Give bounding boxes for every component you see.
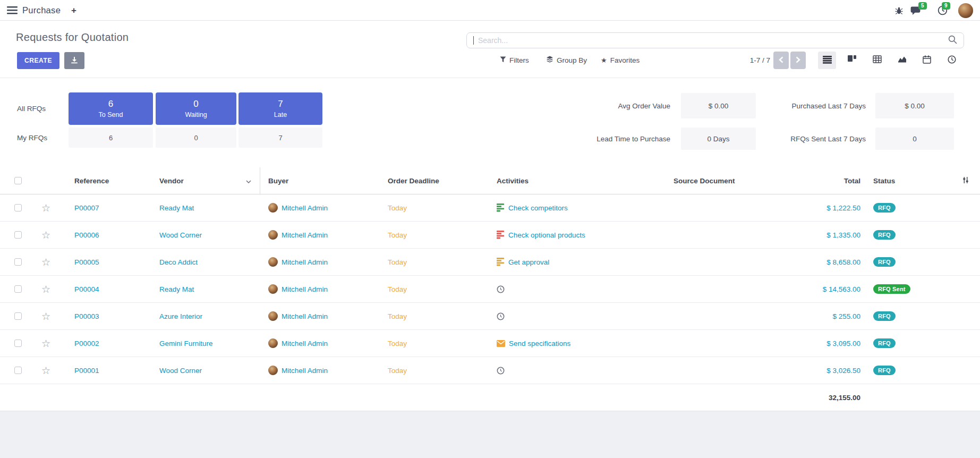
- row-checkbox[interactable]: [14, 204, 22, 211]
- row-checkbox[interactable]: [14, 285, 22, 293]
- card-to-send[interactable]: 6 To Send: [69, 92, 153, 125]
- reference-link[interactable]: P00005: [74, 258, 99, 266]
- clock-icon[interactable]: [497, 285, 505, 293]
- header-total[interactable]: Total: [802, 167, 866, 194]
- rfqs-sent-7d-label: RFQs Sent Last 7 Days: [733, 128, 866, 150]
- row-checkbox[interactable]: [14, 312, 22, 320]
- favorites-button[interactable]: ★ Favorites: [601, 52, 640, 69]
- create-button[interactable]: CREATE: [17, 52, 59, 69]
- buyer-avatar: [268, 230, 278, 240]
- favorite-star-icon[interactable]: ☆: [41, 284, 50, 294]
- row-checkbox[interactable]: [14, 231, 22, 239]
- app-title[interactable]: Purchase: [22, 0, 61, 21]
- table-row[interactable]: ☆ P00002 Gemini Furniture Mitchell Admin…: [0, 330, 980, 357]
- reference-link[interactable]: P00002: [74, 340, 99, 347]
- view-list-button[interactable]: [818, 52, 836, 69]
- table-row[interactable]: ☆ P00005 Deco Addict Mitchell Admin Toda…: [0, 249, 980, 276]
- new-tab-button[interactable]: +: [71, 0, 76, 21]
- clock-icon[interactable]: [497, 312, 505, 320]
- favorite-star-icon[interactable]: ☆: [41, 257, 50, 267]
- buyer-link[interactable]: Mitchell Admin: [282, 258, 328, 266]
- tasks-icon-green[interactable]: [497, 203, 505, 212]
- my-to-send-count[interactable]: 6: [69, 128, 153, 148]
- status-badge: RFQ: [873, 311, 896, 321]
- vendor-link[interactable]: Deco Addict: [159, 258, 198, 266]
- search-input[interactable]: [478, 36, 944, 45]
- activity-label[interactable]: Get approval: [508, 258, 549, 266]
- view-activity-button[interactable]: [943, 52, 961, 69]
- buyer-link[interactable]: Mitchell Admin: [282, 367, 328, 375]
- reference-link[interactable]: P00001: [74, 367, 99, 375]
- vendor-link[interactable]: Ready Mat: [159, 204, 194, 212]
- calendar-view-icon: [923, 55, 931, 66]
- vendor-link[interactable]: Wood Corner: [159, 367, 202, 375]
- favorite-star-icon[interactable]: ☆: [41, 311, 50, 321]
- user-avatar[interactable]: [958, 3, 973, 18]
- adjust-columns-icon[interactable]: [962, 176, 969, 185]
- header-order-deadline[interactable]: Order Deadline: [385, 167, 494, 194]
- reference-link[interactable]: P00004: [74, 285, 99, 293]
- rfqs-sent-7d-value: 0: [875, 128, 954, 150]
- buyer-link[interactable]: Mitchell Admin: [282, 285, 328, 293]
- buyer-link[interactable]: Mitchell Admin: [282, 340, 328, 347]
- vendor-link[interactable]: Ready Mat: [159, 285, 194, 293]
- header-source-document[interactable]: Source Document: [659, 167, 802, 194]
- reference-link[interactable]: P00006: [74, 231, 99, 239]
- table-row[interactable]: ☆ P00007 Ready Mat Mitchell Admin Today …: [0, 194, 980, 222]
- buyer-avatar: [268, 366, 278, 375]
- table-row[interactable]: ☆ P00001 Wood Corner Mitchell Admin Toda…: [0, 357, 980, 384]
- favorite-star-icon[interactable]: ☆: [41, 230, 50, 240]
- buyer-link[interactable]: Mitchell Admin: [282, 312, 328, 320]
- favorite-star-icon[interactable]: ☆: [41, 203, 50, 213]
- my-late-count[interactable]: 7: [238, 128, 322, 148]
- view-graph-button[interactable]: [893, 52, 911, 69]
- card-late[interactable]: 7 Late: [238, 92, 322, 125]
- clock-icon[interactable]: [497, 367, 505, 375]
- row-checkbox[interactable]: [14, 340, 22, 347]
- view-pivot-button[interactable]: [868, 52, 886, 69]
- vendor-link[interactable]: Wood Corner: [159, 231, 202, 239]
- view-calendar-button[interactable]: [918, 52, 936, 69]
- header-reference[interactable]: Reference: [56, 167, 157, 194]
- table-row[interactable]: ☆ P00006 Wood Corner Mitchell Admin Toda…: [0, 222, 980, 249]
- my-rfqs-label: My RFQs: [17, 128, 47, 148]
- my-waiting-count[interactable]: 0: [156, 128, 236, 148]
- tasks-icon-red[interactable]: [497, 231, 505, 239]
- header-buyer[interactable]: Buyer: [260, 167, 385, 194]
- card-waiting[interactable]: 0 Waiting: [156, 92, 236, 125]
- favorite-star-icon[interactable]: ☆: [41, 366, 50, 376]
- vendor-link[interactable]: Azure Interior: [159, 312, 202, 320]
- favorite-star-icon[interactable]: ☆: [41, 338, 50, 349]
- reference-link[interactable]: P00003: [74, 312, 99, 320]
- search-icon[interactable]: [948, 35, 957, 46]
- activity-label[interactable]: Send specifications: [509, 340, 570, 347]
- chevron-down-icon[interactable]: [246, 177, 251, 185]
- page-title: Requests for Quotation: [16, 31, 129, 44]
- envelope-icon[interactable]: [497, 340, 505, 347]
- activity-label[interactable]: Check competitors: [508, 204, 568, 212]
- vendor-link[interactable]: Gemini Furniture: [159, 340, 213, 347]
- row-checkbox[interactable]: [14, 258, 22, 266]
- table-row[interactable]: ☆ P00003 Azure Interior Mitchell Admin T…: [0, 303, 980, 330]
- reference-link[interactable]: P00007: [74, 204, 99, 212]
- filters-button[interactable]: Filters: [500, 52, 529, 69]
- tasks-icon-yellow[interactable]: [497, 258, 505, 266]
- select-all-checkbox[interactable]: [14, 177, 22, 184]
- row-checkbox[interactable]: [14, 367, 22, 374]
- debug-bug-icon[interactable]: [892, 0, 905, 21]
- activity-label[interactable]: Check optional products: [508, 231, 585, 239]
- header-vendor[interactable]: Vendor: [157, 167, 260, 194]
- buyer-link[interactable]: Mitchell Admin: [282, 231, 328, 239]
- view-kanban-button[interactable]: [843, 52, 861, 69]
- apps-menu-icon[interactable]: [7, 6, 18, 16]
- table-footer-row: 32,155.00: [0, 384, 980, 411]
- header-status[interactable]: Status: [866, 167, 951, 194]
- table-row[interactable]: ☆ P00004 Ready Mat Mitchell Admin Today …: [0, 276, 980, 303]
- header-activities[interactable]: Activities: [494, 167, 659, 194]
- search-bar[interactable]: [466, 32, 964, 48]
- pager-previous-button[interactable]: [773, 52, 789, 69]
- export-button[interactable]: [64, 52, 84, 69]
- buyer-link[interactable]: Mitchell Admin: [282, 204, 328, 212]
- pager-next-button[interactable]: [790, 52, 806, 69]
- group-by-button[interactable]: Group By: [546, 52, 587, 69]
